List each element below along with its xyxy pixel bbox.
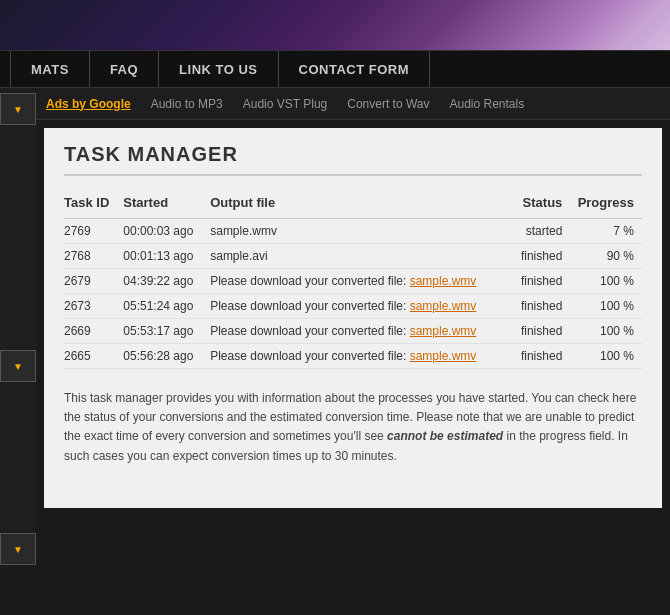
bottom-bar (0, 565, 670, 615)
table-row: 267305:51:24 agoPlease download your con… (64, 294, 642, 319)
cell-status: finished (515, 244, 570, 269)
app-container: MATS FAQ LINK TO US CONTACT FORM ▼ ▼ ▼ (0, 0, 670, 615)
cell-status: finished (515, 294, 570, 319)
footer-note-bold: cannot be estimated (387, 429, 503, 443)
table-row: 276800:01:13 agosample.avifinished90 % (64, 244, 642, 269)
table-row: 266905:53:17 agoPlease download your con… (64, 319, 642, 344)
cell-progress: 100 % (570, 319, 642, 344)
cell-started: 00:00:03 ago (123, 219, 210, 244)
nav-item-faq[interactable]: FAQ (90, 51, 159, 87)
cell-output-file: Please download your converted file: sam… (210, 294, 515, 319)
ad-bar: Ads by Google Audio to MP3 Audio VST Plu… (36, 88, 670, 120)
cell-task-id: 2679 (64, 269, 123, 294)
cell-progress: 100 % (570, 269, 642, 294)
cell-status: finished (515, 344, 570, 369)
middle-dropdown-button[interactable]: ▼ (0, 350, 36, 382)
cell-progress: 7 % (570, 219, 642, 244)
col-header-progress: Progress (570, 191, 642, 219)
cell-started: 05:51:24 ago (123, 294, 210, 319)
cell-task-id: 2769 (64, 219, 123, 244)
nav-item-formats[interactable]: MATS (10, 51, 90, 87)
nav-item-link-to-us[interactable]: LINK TO US (159, 51, 278, 87)
task-table: Task ID Started Output file Status Progr… (64, 191, 642, 369)
col-header-status: Status (515, 191, 570, 219)
cell-status: started (515, 219, 570, 244)
ad-link-audio-rentals[interactable]: Audio Rentals (449, 97, 524, 111)
output-file-link[interactable]: sample.wmv (410, 299, 477, 313)
cell-status: finished (515, 269, 570, 294)
cell-progress: 100 % (570, 344, 642, 369)
col-header-output-file: Output file (210, 191, 515, 219)
adbar-dropdown-button[interactable]: ▼ (0, 93, 36, 125)
cell-started: 04:39:22 ago (123, 269, 210, 294)
cell-output-file: Please download your converted file: sam… (210, 319, 515, 344)
output-file-link[interactable]: sample.wmv (410, 274, 477, 288)
left-controls-panel: ▼ ▼ ▼ (0, 88, 36, 565)
output-file-link[interactable]: sample.wmv (410, 324, 477, 338)
cell-status: finished (515, 319, 570, 344)
adbar-dropdown-icon: ▼ (13, 104, 23, 115)
header-banner (0, 0, 670, 50)
cell-started: 00:01:13 ago (123, 244, 210, 269)
task-manager-title: TASK MANAGER (64, 143, 642, 176)
col-header-started: Started (123, 191, 210, 219)
cell-output-file: Please download your converted file: sam… (210, 269, 515, 294)
cell-output-file: sample.avi (210, 244, 515, 269)
cell-started: 05:53:17 ago (123, 319, 210, 344)
cell-output-file: Please download your converted file: sam… (210, 344, 515, 369)
right-content: Ads by Google Audio to MP3 Audio VST Plu… (36, 88, 670, 565)
footer-note: This task manager provides you with info… (64, 389, 642, 466)
ad-link-convert-to-wav[interactable]: Convert to Wav (347, 97, 429, 111)
cell-task-id: 2768 (64, 244, 123, 269)
ad-bar-links: Ads by Google Audio to MP3 Audio VST Plu… (36, 97, 534, 111)
cell-output-file: sample.wmv (210, 219, 515, 244)
middle-dropdown-icon: ▼ (13, 361, 23, 372)
cell-started: 05:56:28 ago (123, 344, 210, 369)
nav-item-contact-form[interactable]: CONTACT FORM (279, 51, 430, 87)
ad-link-audio-to-mp3[interactable]: Audio to MP3 (151, 97, 223, 111)
cell-progress: 90 % (570, 244, 642, 269)
ad-link-audio-vst-plug[interactable]: Audio VST Plug (243, 97, 328, 111)
output-file-link[interactable]: sample.wmv (410, 349, 477, 363)
bottom-dropdown-button[interactable]: ▼ (0, 533, 36, 565)
cell-task-id: 2673 (64, 294, 123, 319)
table-row: 266505:56:28 agoPlease download your con… (64, 344, 642, 369)
cell-task-id: 2669 (64, 319, 123, 344)
table-row: 276900:00:03 agosample.wmvstarted7 % (64, 219, 642, 244)
content-area: ▼ ▼ ▼ Ads by Google Audio to MP3 Audio V… (0, 88, 670, 565)
bottom-dropdown-icon: ▼ (13, 544, 23, 555)
main-content: TASK MANAGER Task ID Started Output file… (44, 128, 662, 508)
ads-by-google-label[interactable]: Ads by Google (46, 97, 131, 111)
cell-progress: 100 % (570, 294, 642, 319)
table-row: 267904:39:22 agoPlease download your con… (64, 269, 642, 294)
col-header-task-id: Task ID (64, 191, 123, 219)
nav-bar: MATS FAQ LINK TO US CONTACT FORM (0, 50, 670, 88)
cell-task-id: 2665 (64, 344, 123, 369)
